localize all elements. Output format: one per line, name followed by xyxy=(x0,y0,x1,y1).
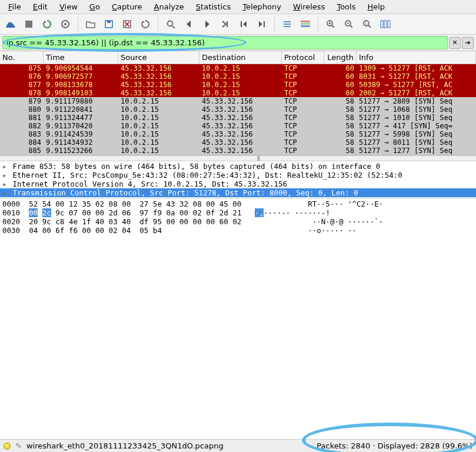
go-forward-button[interactable] xyxy=(199,16,215,32)
detail-tree-item[interactable]: ▸ Frame 853: 58 bytes on wire (464 bits)… xyxy=(0,162,476,171)
packet-row[interactable]: 8769.90697257745.33.32.15610.0.2.15TCP60… xyxy=(0,72,476,81)
go-back-button[interactable] xyxy=(181,16,197,32)
open-file-button[interactable] xyxy=(82,16,99,32)
go-first-button[interactable] xyxy=(235,16,252,32)
capture-options-button[interactable] xyxy=(57,16,74,32)
packet-row[interactable]: 8839.91142453910.0.2.1545.33.32.156TCP58… xyxy=(0,130,476,138)
packet-row[interactable]: 8789.90814910345.33.32.15610.0.2.15TCP60… xyxy=(0,89,476,97)
svg-rect-4 xyxy=(107,21,111,23)
menu-tatistics[interactable]: Statistics xyxy=(190,1,237,12)
svg-rect-28 xyxy=(384,21,387,28)
svg-point-2 xyxy=(64,23,66,25)
menu-apture[interactable]: Capture xyxy=(106,1,148,12)
packet-row[interactable]: 8829.91137042010.0.2.1545.33.32.156TCP58… xyxy=(0,122,476,130)
hex-line[interactable]: 0000 52 54 00 12 35 02 08 00 27 5e 43 32… xyxy=(2,200,474,208)
packet-row[interactable]: 8819.91132447710.0.2.1545.33.32.156TCP58… xyxy=(0,114,476,122)
close-file-button[interactable] xyxy=(119,16,135,32)
menu-ile[interactable]: File xyxy=(2,1,27,12)
capture-filename: wireshark_eth0_20181111233425_3QN1dO.pca… xyxy=(26,441,224,450)
save-file-button[interactable] xyxy=(101,16,117,32)
column-destination[interactable]: Destination xyxy=(199,51,282,64)
zoom-out-button[interactable] xyxy=(341,16,357,32)
svg-text:1: 1 xyxy=(365,21,367,25)
svg-line-18 xyxy=(332,25,334,28)
packet-details-pane[interactable]: ▸ Frame 853: 58 bytes on wire (464 bits)… xyxy=(0,161,476,198)
packet-bytes-pane[interactable]: 0000 52 54 00 12 35 02 08 00 27 5e 43 32… xyxy=(0,198,476,439)
hex-line[interactable]: 0010 00 2c 9c 07 00 00 2d 06 97 f9 0a 00… xyxy=(2,208,474,217)
column-time[interactable]: Time xyxy=(44,51,118,64)
packet-stats: Packets: 2840 · Displayed: 2828 (99.6%) xyxy=(317,441,472,450)
resize-columns-button[interactable] xyxy=(377,16,394,32)
packet-row[interactable]: 8849.91143493210.0.2.1545.33.32.156TCP58… xyxy=(0,138,476,147)
auto-scroll-button[interactable] xyxy=(279,16,295,32)
column-info[interactable]: Info xyxy=(357,51,476,64)
find-packet-button[interactable] xyxy=(162,16,179,32)
status-bar: ✎ wireshark_eth0_20181111233425_3QN1dO.p… xyxy=(0,439,476,452)
svg-rect-0 xyxy=(25,21,32,28)
reload-file-button[interactable] xyxy=(137,16,154,32)
packet-row[interactable]: 8809.91122084110.0.2.1545.33.32.156TCP58… xyxy=(0,105,476,114)
column-protocol[interactable]: Protocol xyxy=(282,51,324,64)
main-toolbar: 1 xyxy=(0,14,476,35)
hex-line[interactable]: 0030 04 00 6f f6 00 00 02 04 05 b4 ··o··… xyxy=(2,226,474,235)
menu-elephony[interactable]: Telephony xyxy=(237,1,287,12)
svg-rect-16 xyxy=(301,25,310,27)
svg-line-25 xyxy=(368,25,371,28)
column-source[interactable]: Source xyxy=(118,51,199,64)
expert-info-icon[interactable] xyxy=(4,443,11,450)
detail-tree-item[interactable]: ▸ Ethernet II, Src: PcsCompu_5e:43:32 (0… xyxy=(0,171,476,180)
svg-rect-14 xyxy=(301,21,310,22)
svg-rect-15 xyxy=(301,23,310,25)
zoom-in-button[interactable] xyxy=(322,16,339,32)
menu-ireless[interactable]: Wireless xyxy=(287,1,331,12)
packet-row[interactable]: 8759.90695454445.33.32.15610.0.2.15TCP60… xyxy=(0,64,476,72)
shark-fin-icon[interactable] xyxy=(2,16,19,32)
packet-list-header[interactable]: No. Time Source Destination Protocol Len… xyxy=(0,51,476,64)
packet-row[interactable]: 8859.91152326610.0.2.1545.33.32.156TCP58… xyxy=(0,147,476,155)
colorize-button[interactable] xyxy=(297,16,314,32)
stop-capture-button[interactable] xyxy=(21,16,37,32)
clear-filter-button[interactable]: ✕ xyxy=(449,37,461,49)
packet-row[interactable]: 8799.91117988010.0.2.1545.33.32.156TCP58… xyxy=(0,97,476,105)
capture-comment-icon[interactable]: ✎ xyxy=(15,441,22,450)
menu-nalyze[interactable]: Analyze xyxy=(148,1,190,12)
menu-o[interactable]: Go xyxy=(84,1,106,12)
packet-row[interactable]: 8779.90813367845.33.32.15610.0.2.15TCP60… xyxy=(0,81,476,89)
svg-point-6 xyxy=(168,21,173,26)
detail-tree-item[interactable]: ▸ Transmission Control Protocol, Src Por… xyxy=(0,188,476,197)
zoom-reset-button[interactable]: 1 xyxy=(359,16,375,32)
svg-rect-27 xyxy=(381,21,383,28)
menu-iew[interactable]: View xyxy=(54,1,84,12)
svg-line-7 xyxy=(172,26,175,28)
packet-list-pane[interactable]: No. Time Source Destination Protocol Len… xyxy=(0,51,476,155)
svg-line-22 xyxy=(350,25,352,28)
svg-rect-29 xyxy=(388,21,390,28)
display-filter-bar: ✕ ➔ xyxy=(0,35,476,51)
restart-capture-button[interactable] xyxy=(39,16,55,32)
menu-elp[interactable]: Help xyxy=(361,1,391,12)
display-filter-input[interactable] xyxy=(2,36,448,49)
menu-ools[interactable]: Tools xyxy=(331,1,361,12)
detail-tree-item[interactable]: ▸ Internet Protocol Version 4, Src: 10.0… xyxy=(0,180,476,188)
column-length[interactable]: Length xyxy=(324,51,357,64)
apply-filter-button[interactable]: ➔ xyxy=(462,37,474,49)
menubar: FileEditViewGoCaptureAnalyzeStatisticsTe… xyxy=(0,0,476,14)
pane-splitter[interactable] xyxy=(0,155,476,161)
column-no[interactable]: No. xyxy=(0,51,44,64)
hex-line[interactable]: 0020 20 9c c8 4e 1f 40 03 40 df 95 00 00… xyxy=(2,217,474,226)
menu-dit[interactable]: Edit xyxy=(27,1,54,12)
go-last-button[interactable] xyxy=(254,16,270,32)
jump-to-packet-button[interactable] xyxy=(217,16,234,32)
